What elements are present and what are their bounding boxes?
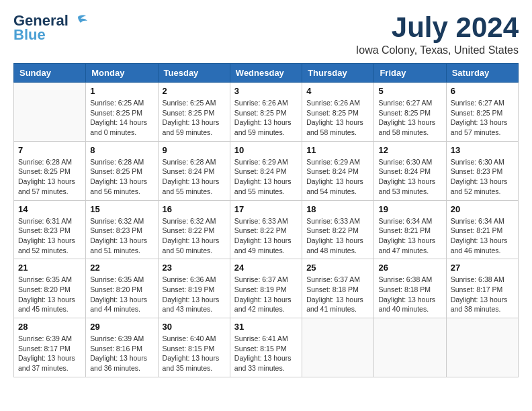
calendar-cell: 19Sunrise: 6:34 AM Sunset: 8:21 PM Dayli… xyxy=(374,200,446,259)
day-info: Sunrise: 6:26 AM Sunset: 8:25 PM Dayligh… xyxy=(234,98,298,138)
day-info: Sunrise: 6:34 AM Sunset: 8:21 PM Dayligh… xyxy=(451,216,514,256)
day-number: 13 xyxy=(451,145,514,155)
calendar-week-row: 28Sunrise: 6:39 AM Sunset: 8:17 PM Dayli… xyxy=(14,318,519,377)
day-number: 28 xyxy=(18,322,81,332)
calendar-cell: 30Sunrise: 6:40 AM Sunset: 8:15 PM Dayli… xyxy=(158,318,230,377)
title-block: July 2024 Iowa Colony, Texas, United Sta… xyxy=(356,13,519,56)
calendar-cell: 29Sunrise: 6:39 AM Sunset: 8:16 PM Dayli… xyxy=(86,318,158,377)
day-number: 31 xyxy=(234,322,298,332)
logo-blue: Blue xyxy=(13,26,46,44)
day-number: 3 xyxy=(234,86,298,96)
day-number: 8 xyxy=(90,145,153,155)
day-number: 20 xyxy=(451,204,514,214)
calendar-cell: 31Sunrise: 6:41 AM Sunset: 8:15 PM Dayli… xyxy=(230,318,302,377)
calendar-cell: 10Sunrise: 6:29 AM Sunset: 8:24 PM Dayli… xyxy=(230,141,302,200)
day-info: Sunrise: 6:25 AM Sunset: 8:25 PM Dayligh… xyxy=(90,98,153,138)
calendar-cell: 3Sunrise: 6:26 AM Sunset: 8:25 PM Daylig… xyxy=(230,83,302,142)
calendar-cell: 1Sunrise: 6:25 AM Sunset: 8:25 PM Daylig… xyxy=(86,83,158,142)
calendar-cell: 26Sunrise: 6:38 AM Sunset: 8:18 PM Dayli… xyxy=(374,259,446,318)
day-info: Sunrise: 6:39 AM Sunset: 8:16 PM Dayligh… xyxy=(90,334,153,373)
calendar-cell xyxy=(14,83,86,142)
calendar-cell xyxy=(302,318,374,377)
day-number: 1 xyxy=(90,86,153,96)
calendar-cell: 25Sunrise: 6:37 AM Sunset: 8:18 PM Dayli… xyxy=(302,259,374,318)
calendar-header-row: SundayMondayTuesdayWednesdayThursdayFrid… xyxy=(14,64,519,83)
day-info: Sunrise: 6:32 AM Sunset: 8:23 PM Dayligh… xyxy=(90,216,153,256)
calendar-cell: 24Sunrise: 6:37 AM Sunset: 8:19 PM Dayli… xyxy=(230,259,302,318)
calendar-cell: 17Sunrise: 6:33 AM Sunset: 8:22 PM Dayli… xyxy=(230,200,302,259)
day-info: Sunrise: 6:35 AM Sunset: 8:20 PM Dayligh… xyxy=(18,275,81,314)
day-number: 26 xyxy=(378,263,441,273)
day-number: 17 xyxy=(234,204,298,214)
calendar-cell: 8Sunrise: 6:28 AM Sunset: 8:25 PM Daylig… xyxy=(86,141,158,200)
page-header: General Blue July 2024 Iowa Colony, Texa… xyxy=(13,13,519,56)
day-info: Sunrise: 6:26 AM Sunset: 8:25 PM Dayligh… xyxy=(306,98,369,138)
day-number: 25 xyxy=(306,263,369,273)
day-number: 24 xyxy=(234,263,298,273)
day-number: 11 xyxy=(306,145,369,155)
month-title: July 2024 xyxy=(356,13,519,42)
day-info: Sunrise: 6:31 AM Sunset: 8:23 PM Dayligh… xyxy=(18,216,81,256)
weekday-header-saturday: Saturday xyxy=(446,64,518,83)
calendar-cell xyxy=(446,318,518,377)
day-number: 23 xyxy=(163,263,226,273)
day-info: Sunrise: 6:29 AM Sunset: 8:24 PM Dayligh… xyxy=(234,157,298,197)
calendar-cell: 23Sunrise: 6:36 AM Sunset: 8:19 PM Dayli… xyxy=(158,259,230,318)
day-info: Sunrise: 6:29 AM Sunset: 8:24 PM Dayligh… xyxy=(306,157,369,197)
day-number: 21 xyxy=(18,263,81,273)
calendar-week-row: 1Sunrise: 6:25 AM Sunset: 8:25 PM Daylig… xyxy=(14,83,519,142)
day-number: 14 xyxy=(18,204,81,214)
calendar-table: SundayMondayTuesdayWednesdayThursdayFrid… xyxy=(13,63,519,377)
day-info: Sunrise: 6:38 AM Sunset: 8:17 PM Dayligh… xyxy=(451,275,514,314)
day-number: 16 xyxy=(163,204,226,214)
day-number: 9 xyxy=(163,145,226,155)
day-info: Sunrise: 6:33 AM Sunset: 8:22 PM Dayligh… xyxy=(234,216,298,256)
calendar-cell: 4Sunrise: 6:26 AM Sunset: 8:25 PM Daylig… xyxy=(302,83,374,142)
day-number: 6 xyxy=(451,86,514,96)
calendar-cell: 5Sunrise: 6:27 AM Sunset: 8:25 PM Daylig… xyxy=(374,83,446,142)
day-info: Sunrise: 6:34 AM Sunset: 8:21 PM Dayligh… xyxy=(378,216,441,256)
day-number: 5 xyxy=(378,86,441,96)
day-number: 10 xyxy=(234,145,298,155)
day-info: Sunrise: 6:30 AM Sunset: 8:24 PM Dayligh… xyxy=(378,157,441,197)
day-info: Sunrise: 6:37 AM Sunset: 8:18 PM Dayligh… xyxy=(306,275,369,314)
calendar-cell: 7Sunrise: 6:28 AM Sunset: 8:25 PM Daylig… xyxy=(14,141,86,200)
weekday-header-sunday: Sunday xyxy=(14,64,86,83)
calendar-week-row: 21Sunrise: 6:35 AM Sunset: 8:20 PM Dayli… xyxy=(14,259,519,318)
calendar-cell: 9Sunrise: 6:28 AM Sunset: 8:24 PM Daylig… xyxy=(158,141,230,200)
day-info: Sunrise: 6:36 AM Sunset: 8:19 PM Dayligh… xyxy=(163,275,226,314)
calendar-cell: 16Sunrise: 6:32 AM Sunset: 8:22 PM Dayli… xyxy=(158,200,230,259)
calendar-week-row: 14Sunrise: 6:31 AM Sunset: 8:23 PM Dayli… xyxy=(14,200,519,259)
calendar-week-row: 7Sunrise: 6:28 AM Sunset: 8:25 PM Daylig… xyxy=(14,141,519,200)
calendar-cell xyxy=(374,318,446,377)
calendar-cell: 14Sunrise: 6:31 AM Sunset: 8:23 PM Dayli… xyxy=(14,200,86,259)
calendar-cell: 20Sunrise: 6:34 AM Sunset: 8:21 PM Dayli… xyxy=(446,200,518,259)
logo-bird-icon xyxy=(69,14,87,29)
day-info: Sunrise: 6:35 AM Sunset: 8:20 PM Dayligh… xyxy=(90,275,153,314)
day-number: 4 xyxy=(306,86,369,96)
weekday-header-thursday: Thursday xyxy=(302,64,374,83)
day-info: Sunrise: 6:33 AM Sunset: 8:22 PM Dayligh… xyxy=(306,216,369,256)
day-number: 12 xyxy=(378,145,441,155)
day-info: Sunrise: 6:28 AM Sunset: 8:24 PM Dayligh… xyxy=(163,157,226,197)
weekday-header-monday: Monday xyxy=(86,64,158,83)
weekday-header-wednesday: Wednesday xyxy=(230,64,302,83)
day-info: Sunrise: 6:41 AM Sunset: 8:15 PM Dayligh… xyxy=(234,334,298,373)
location-title: Iowa Colony, Texas, United States xyxy=(356,44,519,56)
day-number: 27 xyxy=(451,263,514,273)
day-number: 29 xyxy=(90,322,153,332)
day-info: Sunrise: 6:37 AM Sunset: 8:19 PM Dayligh… xyxy=(234,275,298,314)
calendar-cell: 21Sunrise: 6:35 AM Sunset: 8:20 PM Dayli… xyxy=(14,259,86,318)
calendar-cell: 22Sunrise: 6:35 AM Sunset: 8:20 PM Dayli… xyxy=(86,259,158,318)
calendar-cell: 6Sunrise: 6:27 AM Sunset: 8:25 PM Daylig… xyxy=(446,83,518,142)
day-number: 2 xyxy=(163,86,226,96)
day-info: Sunrise: 6:30 AM Sunset: 8:23 PM Dayligh… xyxy=(451,157,514,197)
day-number: 7 xyxy=(18,145,81,155)
calendar-cell: 13Sunrise: 6:30 AM Sunset: 8:23 PM Dayli… xyxy=(446,141,518,200)
day-number: 19 xyxy=(378,204,441,214)
calendar-cell: 18Sunrise: 6:33 AM Sunset: 8:22 PM Dayli… xyxy=(302,200,374,259)
day-info: Sunrise: 6:39 AM Sunset: 8:17 PM Dayligh… xyxy=(18,334,81,373)
calendar-cell: 11Sunrise: 6:29 AM Sunset: 8:24 PM Dayli… xyxy=(302,141,374,200)
day-info: Sunrise: 6:38 AM Sunset: 8:18 PM Dayligh… xyxy=(378,275,441,314)
calendar-cell: 27Sunrise: 6:38 AM Sunset: 8:17 PM Dayli… xyxy=(446,259,518,318)
